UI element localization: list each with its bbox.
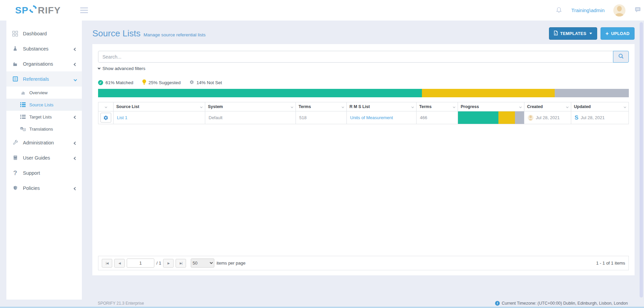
stat-matched: ✓ 61% Matched [98,80,133,85]
sidebar-item-label: Referentials [23,76,49,82]
progress-suggested-segment [422,89,555,97]
templates-button-label: TEMPLATES [560,31,586,36]
sidebar-item-target-lists[interactable]: Target Lists [6,111,82,123]
chevron-down-icon[interactable] [291,105,293,108]
chevron-down-icon[interactable] [453,105,455,108]
app-logo[interactable]: SP RIFY [15,5,61,16]
progress-matched-segment [458,111,498,124]
footer: SPORIFY 21.3 Enterprise i Current Timezo… [0,300,644,307]
sidebar-item-translations[interactable]: Aa Translations [6,123,82,135]
sidebar-item-user-guides[interactable]: User Guides [6,150,82,165]
user-avatar[interactable] [613,4,625,16]
chevron-down-icon[interactable] [104,105,107,108]
list-box-icon [12,76,19,81]
menu-toggle-icon[interactable] [80,7,88,13]
stat-notset-label: 14% Not Set [196,80,222,85]
next-page-button[interactable]: ▶ [163,259,174,268]
chevron-down-icon[interactable] [411,105,414,108]
column-header-updated[interactable]: Updated [571,102,629,111]
bulb-icon [142,79,146,86]
content-card: Show advanced filters ✓ 61% Matched 25% … [92,44,635,275]
sidebar-item-label: Policies [23,185,40,191]
bottom-accent-strip [0,307,644,308]
chevron-down-icon [74,76,76,82]
chevron-down-icon[interactable] [519,105,522,108]
column-header-created[interactable]: Created [524,102,571,111]
column-header-system[interactable]: System [205,102,296,111]
grid-icon [12,31,19,36]
chat-icon[interactable] [634,6,641,14]
sidebar-item-dashboard[interactable]: Dashboard [6,26,82,41]
chevron-left-icon [74,46,76,52]
sidebar-item-support[interactable]: ? Support [6,165,82,180]
column-header-progress[interactable]: Progress [458,102,524,111]
sidebar-item-source-lists[interactable]: Source Lists [6,99,82,111]
created-date: Jul 28, 2021 [536,115,560,120]
chevron-left-icon [74,114,76,119]
chevron-down-icon[interactable] [566,105,569,108]
search-button[interactable] [613,51,629,63]
sidebar-item-overview[interactable]: Overview [6,87,82,99]
pagination-bar: |◀ ◀ / 1 ▶ ▶| 50 items per page 1 - 1 of… [98,256,629,270]
show-advanced-filters[interactable]: Show advanced filters [98,66,145,71]
table-row: List 1 Default 518 Units of Measurement … [98,111,629,124]
sidebar-item-label: Target Lists [29,114,52,119]
column-header-rms-terms[interactable]: Terms [417,102,458,111]
current-user[interactable]: Training\admin [571,7,605,13]
progress-notset-segment [555,89,629,97]
row-settings-button[interactable] [100,113,111,123]
gear-icon [103,115,109,121]
sporify-s-icon: S [575,115,578,121]
column-header-source-list[interactable]: Source List [114,102,205,111]
sidebar-item-policies[interactable]: Policies [6,180,82,196]
upload-button[interactable]: + UPLOAD [601,27,635,40]
terms-cell: 518 [296,111,347,124]
previous-page-button[interactable]: ◀ [114,259,125,268]
sidebar-item-referentials[interactable]: Referentials [6,71,82,87]
chevron-left-icon [74,185,76,191]
templates-button[interactable]: x TEMPLATES [549,27,597,40]
column-label: Updated [574,104,591,109]
sidebar-item-label: Dashboard [23,31,47,36]
logo-text-left: SP [15,5,28,16]
rms-list-link[interactable]: Units of Measurement [350,115,393,120]
progress-suggested-segment [498,111,515,124]
source-list-link[interactable]: List 1 [117,115,127,120]
chevron-down-icon[interactable] [200,105,203,108]
translations-icon: Aa [20,127,26,131]
upload-button-label: UPLOAD [611,31,630,36]
page-size-select[interactable]: 50 [191,259,214,268]
search-input[interactable] [98,51,613,63]
page-number-input[interactable] [127,259,154,268]
chevron-down-icon[interactable] [342,105,344,108]
factory-icon [12,61,19,67]
scrollbar-thumb[interactable] [640,22,643,298]
chevron-down-icon[interactable] [624,105,626,108]
gear-icon [189,80,194,85]
sidebar-item-substances[interactable]: Substances [6,41,82,56]
sidebar-item-administration[interactable]: Administration [6,135,82,150]
check-circle-icon: ✓ [98,80,103,85]
bar-chart-icon [20,90,26,95]
pagination-summary: 1 - 1 of 1 items [596,261,625,266]
column-header-expand[interactable] [98,102,114,111]
sidebar: Dashboard Substances Organisations Refer… [6,21,82,300]
file-icon: x [554,31,558,36]
first-page-button[interactable]: |◀ [102,259,112,268]
sidebar-item-label: Translations [29,127,53,132]
info-icon: i [495,301,500,306]
chevron-down-icon [98,67,100,69]
chevron-left-icon [74,140,76,145]
column-header-terms[interactable]: Terms [296,102,347,111]
sidebar-item-organisations[interactable]: Organisations [6,56,82,71]
last-page-button[interactable]: ▶| [176,259,186,268]
page-title: Source Lists [92,28,141,39]
bell-icon[interactable] [555,6,562,14]
plus-icon: + [606,31,609,36]
svg-text:x: x [555,32,557,35]
column-label: Created [527,104,543,109]
list-icon [20,102,26,107]
timezone-label: Current Timezone: (UTC+00:00) Dublin, Ed… [502,301,628,306]
column-header-rms-list[interactable]: R M S List [347,102,417,111]
shield-icon [12,185,19,191]
